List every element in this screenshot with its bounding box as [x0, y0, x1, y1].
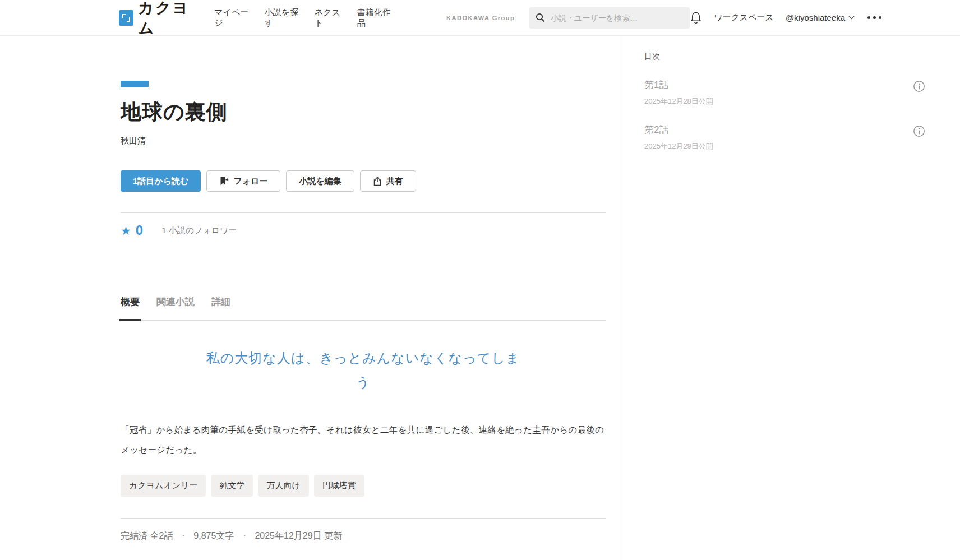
action-buttons: 1話目から読む フォロー 小説を編集 共有 — [121, 170, 606, 192]
work-tabs: 概要 関連小説 詳細 — [121, 295, 606, 321]
share-icon — [373, 177, 382, 186]
episode-info: 第1話 2025年12月28日公開 — [644, 78, 713, 107]
meta-separator: ・ — [179, 531, 187, 541]
nav-next[interactable]: ネクスト — [313, 4, 347, 32]
more-menu-icon[interactable] — [866, 13, 883, 22]
work-main: 地球の裏側 秋田清 1話目から読む フォロー 小説を編集 共有 ★ 0 1 小説… — [121, 36, 606, 560]
search-input[interactable] — [529, 7, 690, 29]
toc-title: 目次 — [644, 52, 925, 62]
tag-enjoto-prize[interactable]: 円城塔賞 — [314, 475, 364, 497]
search-box — [529, 7, 690, 29]
workspace-link[interactable]: ワークスペース — [714, 12, 774, 23]
share-button[interactable]: 共有 — [360, 170, 416, 192]
toc-episode-2[interactable]: 第2話 2025年12月29日公開 — [644, 123, 925, 151]
episode-publish-date: 2025年12月28日公開 — [644, 96, 713, 107]
divider — [121, 212, 606, 213]
edit-novel-button[interactable]: 小説を編集 — [286, 170, 354, 192]
star-icon: ★ — [121, 225, 131, 237]
tab-related-novels[interactable]: 関連小説 — [156, 295, 195, 320]
follow-button[interactable]: フォロー — [206, 170, 280, 192]
updated-date: 2025年12月29日 更新 — [255, 530, 342, 542]
user-account-menu[interactable]: @kiyoshiateeka — [786, 13, 855, 22]
meta-separator: ・ — [241, 531, 248, 541]
work-description: 「冠省」から始まる肉筆の手紙を受け取った杏子。それは彼女と二年を共に過ごした後、… — [121, 420, 606, 460]
toc-episode-1[interactable]: 第1話 2025年12月28日公開 — [644, 78, 925, 107]
bookmark-plus-icon — [219, 177, 229, 186]
header-nav: マイページ 小説を探す ネクスト 書籍化作品 — [213, 4, 396, 32]
episode-info-icon[interactable] — [913, 80, 925, 92]
search-icon — [536, 13, 545, 25]
kakuyomu-logo[interactable]: カクヨム — [119, 0, 201, 38]
share-button-label: 共有 — [386, 176, 403, 187]
notification-bell-icon[interactable] — [690, 11, 702, 25]
tab-details[interactable]: 詳細 — [211, 295, 230, 320]
work-title: 地球の裏側 — [121, 98, 606, 126]
novel-followers-link[interactable]: 1 小説のフォロワー — [161, 225, 237, 236]
episode-info-icon[interactable] — [913, 125, 925, 137]
author-link[interactable]: 秋田清 — [121, 136, 146, 146]
episode-info: 第2話 2025年12月29日公開 — [644, 123, 713, 151]
username: @kiyoshiateeka — [786, 13, 845, 22]
nav-find-novels[interactable]: 小説を探す — [264, 4, 304, 32]
work-meta: 完結済 全2話 ・ 9,875文字 ・ 2025年12月29日 更新 — [121, 530, 606, 542]
nav-book-works[interactable]: 書籍化作品 — [356, 4, 396, 32]
episode-publish-date: 2025年12月29日公開 — [644, 141, 713, 151]
header: カクヨム マイページ 小説を探す ネクスト 書籍化作品 KADOKAWA Gro… — [0, 0, 960, 36]
chevron-down-icon — [848, 16, 855, 20]
tag-kakuyomu-only[interactable]: カクヨムオンリー — [121, 475, 206, 497]
tag-junbungaku[interactable]: 純文学 — [211, 475, 253, 497]
nav-mypage[interactable]: マイページ — [213, 4, 254, 32]
tag-list: カクヨムオンリー 純文学 万人向け 円城塔賞 — [121, 475, 606, 497]
kakuyomu-logo-text: カクヨム — [139, 0, 201, 38]
tab-overview[interactable]: 概要 — [121, 295, 140, 320]
kakuyomu-logo-icon — [119, 10, 133, 26]
episode-title[interactable]: 第1話 — [644, 78, 713, 91]
read-first-episode-button[interactable]: 1話目から読む — [121, 170, 201, 192]
tag-for-everyone[interactable]: 万人向け — [258, 475, 308, 497]
catchphrase: 私の大切な人は、きっとみんないなくなってしまう — [206, 346, 520, 395]
header-right: ワークスペース @kiyoshiateeka — [690, 11, 883, 25]
completion-status: 完結済 全2話 — [121, 530, 173, 542]
star-rating[interactable]: ★ 0 1 小説のフォロワー — [121, 224, 606, 237]
divider — [121, 518, 606, 519]
star-count: 0 — [136, 224, 143, 237]
episode-title[interactable]: 第2話 — [644, 123, 713, 136]
kadokawa-group-label: KADOKAWA Group — [446, 15, 515, 21]
follow-button-label: フォロー — [233, 176, 267, 187]
accent-bar — [121, 81, 149, 87]
character-count: 9,875文字 — [193, 530, 234, 542]
toc-sidebar: 目次 第1話 2025年12月28日公開 第2話 2025年12月29日公開 — [621, 36, 960, 560]
